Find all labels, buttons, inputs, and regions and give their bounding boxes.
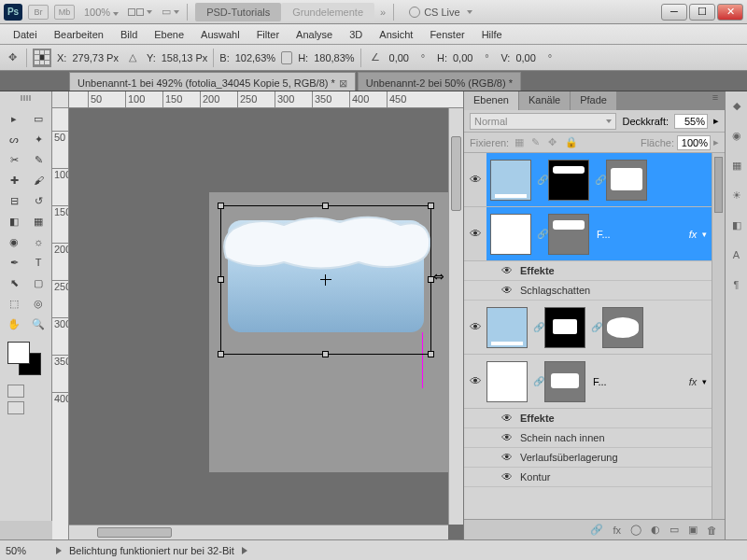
- fx-menu-icon[interactable]: fx: [613, 525, 621, 536]
- shape-tool[interactable]: ▢: [26, 273, 50, 293]
- menu-fenster[interactable]: Fenster: [422, 26, 472, 43]
- delta-icon[interactable]: △: [124, 49, 141, 66]
- visibility-icon[interactable]: 👁: [464, 374, 486, 388]
- menu-analyse[interactable]: Analyse: [289, 26, 340, 43]
- visibility-icon[interactable]: 👁: [501, 470, 514, 483]
- opacity-input[interactable]: [674, 114, 708, 129]
- bridge-button[interactable]: Br: [28, 5, 49, 20]
- layer-thumb[interactable]: [486, 361, 528, 402]
- 3d-camera-tool[interactable]: ◎: [26, 293, 50, 314]
- adjust-dock-icon[interactable]: ☀: [728, 187, 745, 203]
- visibility-icon[interactable]: 👁: [464, 320, 486, 334]
- screenmode-btn[interactable]: [7, 401, 24, 414]
- char-dock-icon[interactable]: A: [728, 246, 745, 263]
- vectormask-thumb[interactable]: [548, 214, 589, 255]
- ruler-vertical[interactable]: 50 100 150 200 250 300 350 400: [52, 108, 69, 539]
- layer-row[interactable]: 👁 🔗 🔗: [464, 301, 725, 355]
- fx-item[interactable]: 👁Verlaufsüberlagerung: [464, 448, 725, 468]
- menu-auswahl[interactable]: Auswahl: [193, 26, 247, 43]
- layer-name[interactable]: F...: [589, 376, 684, 387]
- menu-ebene[interactable]: Ebene: [147, 26, 191, 43]
- scrollbar-vertical[interactable]: [448, 108, 463, 525]
- visibility-icon[interactable]: 👁: [464, 153, 486, 206]
- wand-tool[interactable]: ✦: [26, 129, 50, 149]
- tab-pfade[interactable]: Pfade: [571, 91, 617, 110]
- swatches-dock-icon[interactable]: ▦: [728, 157, 745, 174]
- chevron-right-icon[interactable]: »: [380, 7, 386, 18]
- maximize-button[interactable]: ☐: [689, 4, 715, 21]
- vectormask-thumb[interactable]: [544, 361, 585, 402]
- heal-tool[interactable]: ✚: [2, 170, 26, 190]
- reference-point-grid[interactable]: [33, 49, 51, 67]
- lock-all-icon[interactable]: 🔒: [565, 136, 578, 149]
- mask-thumb[interactable]: [548, 160, 589, 201]
- chevron-down-icon[interactable]: ▾: [702, 230, 712, 239]
- scrollbar-horizontal[interactable]: [69, 525, 448, 539]
- play-icon[interactable]: [242, 547, 247, 554]
- zoom-preset[interactable]: 100%: [84, 7, 119, 18]
- vectormask-thumb[interactable]: [606, 160, 647, 201]
- lock-transparency-icon[interactable]: ▦: [514, 136, 528, 149]
- ruler-origin[interactable]: [52, 91, 69, 108]
- crop-tool[interactable]: ✂: [2, 149, 26, 170]
- dodge-tool[interactable]: ☼: [26, 231, 50, 252]
- transform-handle[interactable]: [218, 203, 224, 209]
- minimize-button[interactable]: ─: [661, 4, 687, 21]
- workspace-tab-grund[interactable]: Grundelemente: [281, 3, 374, 21]
- status-zoom[interactable]: 50%: [6, 545, 49, 556]
- chevron-right-icon[interactable]: ▸: [713, 136, 719, 148]
- fx-item[interactable]: 👁Schlagschatten: [464, 281, 725, 301]
- layer-row[interactable]: 👁 🔗 🔗: [464, 153, 725, 207]
- blend-mode-select[interactable]: Normal: [470, 113, 616, 130]
- menu-bild[interactable]: Bild: [113, 26, 145, 43]
- gradient-tool[interactable]: ▦: [26, 211, 50, 231]
- move-tool[interactable]: ▸: [2, 108, 26, 129]
- layer-row[interactable]: 👁 🔗 F... fx ▾: [464, 355, 725, 409]
- skew-v-value[interactable]: 0,00: [515, 52, 535, 63]
- chevron-right-icon[interactable]: ▸: [713, 115, 719, 127]
- transform-handle[interactable]: [322, 203, 329, 209]
- layer-thumb[interactable]: [486, 307, 528, 348]
- canvas-viewport[interactable]: ⇔: [69, 108, 463, 539]
- layer-name[interactable]: F...: [593, 229, 684, 240]
- zoom-tool[interactable]: 🔍: [26, 314, 50, 334]
- menu-3d[interactable]: 3D: [342, 26, 370, 43]
- hand-tool[interactable]: ✋: [2, 314, 26, 334]
- scrollbar-vertical[interactable]: [712, 153, 725, 519]
- link-layers-icon[interactable]: 🔗: [590, 524, 603, 536]
- angle-value[interactable]: 0,00: [389, 52, 409, 63]
- group-icon[interactable]: ▭: [669, 524, 679, 536]
- mask-thumb[interactable]: [544, 307, 585, 348]
- path-select-tool[interactable]: ⬉: [2, 273, 26, 293]
- tab-kanaele[interactable]: Kanäle: [519, 91, 571, 110]
- stamp-tool[interactable]: ⊟: [2, 190, 26, 211]
- fg-color[interactable]: [7, 342, 30, 364]
- lock-paint-icon[interactable]: ✎: [531, 136, 544, 149]
- transform-bounding-box[interactable]: [220, 205, 431, 355]
- w-value[interactable]: 102,63%: [235, 52, 275, 63]
- chevron-down-icon[interactable]: ▾: [702, 377, 712, 386]
- brush-tool[interactable]: 🖌: [26, 170, 50, 190]
- trash-icon[interactable]: 🗑: [707, 525, 717, 536]
- close-button[interactable]: ✕: [717, 4, 743, 21]
- pen-tool[interactable]: ✒: [2, 252, 26, 273]
- y-value[interactable]: 158,13 Px: [162, 52, 208, 63]
- document-tab-2[interactable]: Unbenannt-2 bei 50% (RGB/8) *: [358, 72, 521, 91]
- lock-move-icon[interactable]: ✥: [548, 136, 561, 149]
- visibility-icon[interactable]: 👁: [501, 412, 514, 425]
- layer-thumb[interactable]: [490, 160, 531, 201]
- fx-badge[interactable]: fx: [684, 229, 702, 240]
- arrange-icon[interactable]: [128, 8, 144, 16]
- vectormask-thumb[interactable]: [602, 307, 643, 348]
- minibridge-button[interactable]: Mb: [54, 5, 75, 20]
- visibility-icon[interactable]: 👁: [501, 451, 514, 464]
- panel-menu-icon[interactable]: ≡: [706, 91, 725, 110]
- eyedropper-tool[interactable]: ✎: [26, 149, 50, 170]
- marquee-tool[interactable]: ▭: [26, 108, 50, 129]
- menu-ansicht[interactable]: Ansicht: [372, 26, 420, 43]
- visibility-icon[interactable]: 👁: [501, 431, 514, 444]
- document-tab-1[interactable]: Unbenannt-1 bei 492% (fotolia_34045 Kopi…: [69, 72, 356, 91]
- menu-filter[interactable]: Filter: [249, 26, 287, 43]
- layers-dock-icon[interactable]: ◆: [728, 97, 745, 114]
- fx-item[interactable]: 👁Kontur: [464, 468, 725, 487]
